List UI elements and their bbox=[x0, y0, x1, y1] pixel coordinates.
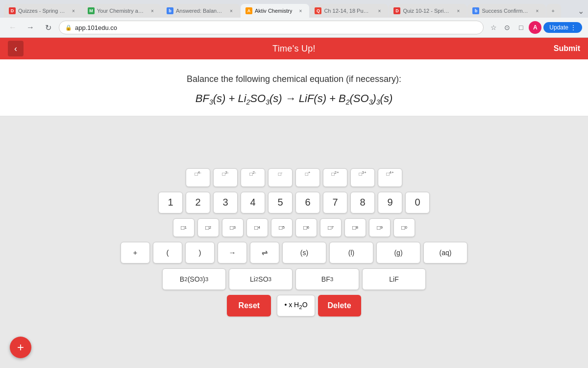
charge-key-2minus[interactable]: □2- bbox=[241, 168, 265, 187]
water-button[interactable]: • x H2O bbox=[277, 295, 315, 316]
tab-1-close[interactable]: × bbox=[70, 7, 77, 15]
key-9[interactable]: 9 bbox=[378, 192, 402, 213]
key-plus[interactable]: + bbox=[121, 242, 150, 263]
refresh-button[interactable]: ↻ bbox=[41, 21, 55, 34]
key-0[interactable]: 0 bbox=[405, 192, 430, 213]
lock-icon: 🔒 bbox=[65, 25, 72, 31]
tab-7-label: Success Confirmatio bbox=[482, 8, 529, 14]
header-title: Time's Up! bbox=[272, 44, 316, 54]
update-chevron: ⋮ bbox=[570, 24, 576, 31]
key-liquid[interactable]: (l) bbox=[329, 242, 373, 263]
browser-tab-4-active[interactable]: A Aktiv Chemistry × bbox=[241, 4, 309, 18]
browser-tab-2[interactable]: M Your Chemistry answ × bbox=[83, 4, 161, 18]
charge-minus-label: □- bbox=[278, 170, 283, 177]
subscript-key-row: □1 □2 □3 □4 □5 □6 □7 □8 □9 □0 bbox=[173, 218, 415, 237]
key-3[interactable]: 3 bbox=[213, 192, 238, 213]
subscript-key-0[interactable]: □0 bbox=[393, 218, 415, 237]
action-key-row: Reset • x H2O Delete bbox=[227, 295, 361, 316]
charge-key-4minus[interactable]: □4- bbox=[186, 168, 210, 187]
tab-5-close[interactable]: × bbox=[375, 7, 383, 15]
key-4[interactable]: 4 bbox=[241, 192, 265, 213]
charge-4minus-label: □4- bbox=[195, 170, 201, 177]
compound-key-Li2SO3[interactable]: Li2SO3 bbox=[229, 268, 293, 290]
key-6[interactable]: 6 bbox=[295, 192, 320, 213]
compound-key-LiF[interactable]: LiF bbox=[362, 268, 426, 290]
charge-4plus-label: □4+ bbox=[386, 170, 393, 177]
subscript-key-8[interactable]: □8 bbox=[344, 218, 366, 237]
subscript-key-6[interactable]: □6 bbox=[295, 218, 317, 237]
forward-nav-button[interactable]: → bbox=[24, 21, 37, 34]
tab-bar: D Quizzes - Spring 202 × M Your Chemistr… bbox=[0, 0, 588, 18]
number-key-row: 1 2 3 4 5 6 7 8 9 0 bbox=[158, 192, 430, 213]
app-header: ‹ Time's Up! Submit bbox=[0, 38, 588, 59]
charge-key-minus[interactable]: □- bbox=[268, 168, 293, 187]
charge-key-3plus[interactable]: □3+ bbox=[350, 168, 375, 187]
toolbar-actions: ☆ ⊙ □ A Update ⋮ bbox=[488, 21, 582, 34]
key-8[interactable]: 8 bbox=[350, 192, 375, 213]
tab-1-label: Quizzes - Spring 202 bbox=[18, 8, 65, 14]
key-2[interactable]: 2 bbox=[186, 192, 210, 213]
keyboard-area: □4- □3- □2- □- □+ □2+ □3+ □4+ bbox=[0, 116, 588, 368]
reset-button[interactable]: Reset bbox=[227, 295, 271, 316]
tab-4-label: Aktiv Chemistry bbox=[255, 8, 292, 14]
subscript-key-7[interactable]: □7 bbox=[320, 218, 342, 237]
key-solid[interactable]: (s) bbox=[282, 242, 326, 263]
address-bar[interactable]: 🔒 app.101edu.co bbox=[59, 21, 484, 34]
browser-tab-5[interactable]: Q Ch 12-14, 18 Public s × bbox=[310, 4, 388, 18]
key-5[interactable]: 5 bbox=[268, 192, 293, 213]
browser-tab-3[interactable]: b Answered: Balance th × bbox=[162, 4, 240, 18]
browser-tab-1[interactable]: D Quizzes - Spring 202 × bbox=[4, 4, 82, 18]
delete-button[interactable]: Delete bbox=[318, 295, 361, 316]
tab-4-close[interactable]: × bbox=[296, 7, 304, 15]
question-area: Balance the following chemical equation … bbox=[0, 59, 588, 116]
tab-7-close[interactable]: × bbox=[533, 7, 541, 15]
key-close-paren[interactable]: ) bbox=[185, 242, 215, 263]
tab-3-label: Answered: Balance th bbox=[176, 8, 223, 14]
submit-button[interactable]: Submit bbox=[554, 44, 580, 53]
new-tab-button[interactable]: + bbox=[546, 4, 561, 18]
key-1[interactable]: 1 bbox=[158, 192, 183, 213]
read-later-icon[interactable]: ⊙ bbox=[501, 22, 513, 33]
back-nav-button[interactable]: ← bbox=[6, 21, 20, 34]
fab-button[interactable]: + bbox=[10, 337, 31, 358]
charge-plus-label: □+ bbox=[305, 170, 311, 177]
charge-key-4plus[interactable]: □4+ bbox=[378, 168, 402, 187]
subscript-key-2[interactable]: □2 bbox=[197, 218, 219, 237]
charge-key-2plus[interactable]: □2+ bbox=[323, 168, 347, 187]
key-arrow[interactable]: → bbox=[218, 242, 247, 263]
compound-key-BF3[interactable]: BF3 bbox=[295, 268, 359, 290]
subscript-key-9[interactable]: □9 bbox=[369, 218, 391, 237]
browser-tab-7[interactable]: b Success Confirmatio × bbox=[467, 4, 546, 18]
question-instruction: Balance the following chemical equation … bbox=[20, 74, 568, 84]
subscript-key-4[interactable]: □4 bbox=[246, 218, 268, 237]
browser-tab-6[interactable]: D Quiz 10-12 - Spring 2 × bbox=[389, 4, 467, 18]
tab-6-close[interactable]: × bbox=[454, 7, 462, 15]
compound-key-row: B2(SO3)3 Li2SO3 BF3 LiF bbox=[162, 268, 426, 290]
tab-6-label: Quiz 10-12 - Spring 2 bbox=[403, 8, 450, 14]
operator-key-row: + ( ) → ⇌ (s) (l) (g) (aq) bbox=[121, 242, 467, 263]
subscript-key-1[interactable]: □1 bbox=[173, 218, 195, 237]
tab-5-label: Ch 12-14, 18 Public s bbox=[324, 8, 371, 14]
compound-key-B2SO3[interactable]: B2(SO3)3 bbox=[162, 268, 226, 290]
tab-overflow[interactable]: ⌄ bbox=[578, 6, 584, 18]
back-button[interactable]: ‹ bbox=[8, 41, 24, 56]
tab-3-close[interactable]: × bbox=[227, 7, 235, 15]
update-button[interactable]: Update ⋮ bbox=[543, 22, 582, 33]
update-label: Update bbox=[549, 24, 568, 31]
extension-icon[interactable]: □ bbox=[515, 22, 527, 33]
charge-key-3minus[interactable]: □3- bbox=[213, 168, 238, 187]
key-gas[interactable]: (g) bbox=[376, 242, 420, 263]
charge-3minus-label: □3- bbox=[222, 170, 228, 177]
charge-2minus-label: □2- bbox=[249, 170, 256, 177]
subscript-key-5[interactable]: □5 bbox=[271, 218, 293, 237]
subscript-key-3[interactable]: □3 bbox=[222, 218, 244, 237]
browser-toolbar: ← → ↻ 🔒 app.101edu.co ☆ ⊙ □ A Update ⋮ bbox=[0, 18, 588, 37]
key-equilibrium[interactable]: ⇌ bbox=[250, 242, 279, 263]
profile-avatar[interactable]: A bbox=[529, 21, 541, 34]
key-open-paren[interactable]: ( bbox=[153, 242, 182, 263]
key-7[interactable]: 7 bbox=[323, 192, 347, 213]
bookmark-icon[interactable]: ☆ bbox=[488, 22, 499, 33]
charge-key-plus[interactable]: □+ bbox=[295, 168, 320, 187]
tab-2-close[interactable]: × bbox=[148, 7, 156, 15]
key-aqueous[interactable]: (aq) bbox=[423, 242, 467, 263]
